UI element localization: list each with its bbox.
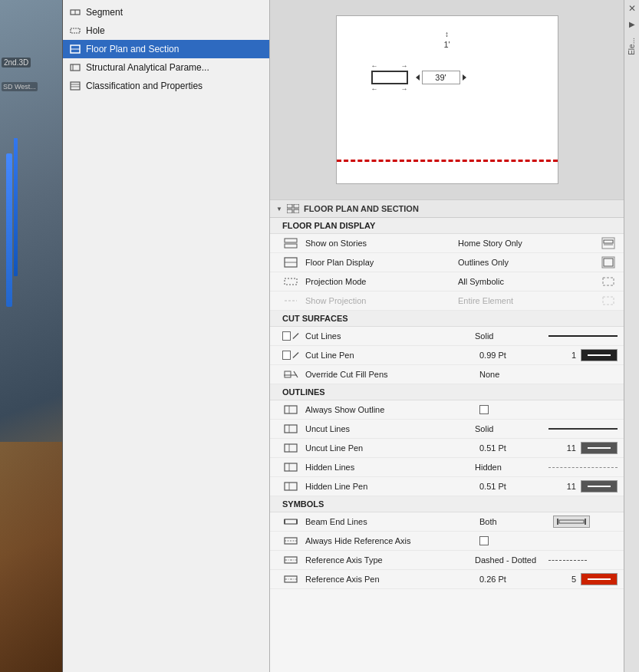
row-show-on-stories: Show on Stories Home Story Only (270, 234, 624, 253)
value-override-cut-fill: None (479, 370, 548, 379)
always-show-outline-checkbox[interactable] (479, 405, 489, 414)
svg-line-28 (293, 352, 298, 357)
projection-mode-right-icon[interactable] (599, 275, 618, 288)
menu-item-structural[interactable]: Structural Analytical Parame... (63, 58, 269, 77)
preview-area: ↕ 1' ←→ ←→ (270, 0, 624, 199)
ref-axis-type-swatch[interactable] (548, 555, 618, 565)
value-hidden-lines: Hidden (475, 463, 544, 472)
value-uncut-line-pen: 0.51 Pt (479, 443, 548, 453)
dimension-display: 39' (416, 71, 466, 84)
svg-rect-13 (294, 209, 299, 213)
row-cut-line-pen: Cut Line Pen 0.99 Pt 1 (270, 346, 624, 365)
show-projection-icon (282, 294, 299, 308)
ref-axis-type-icon (282, 553, 299, 567)
floor-plan-icon (69, 43, 81, 55)
subsection-outlines: OUTLINES (270, 384, 624, 400)
row-uncut-line-pen: Uncut Line Pen 0.51 Pt 11 (270, 439, 624, 458)
height-label: 1' (443, 40, 450, 49)
svg-rect-22 (604, 259, 613, 266)
menu-label-hole: Hole (86, 25, 105, 36)
label-show-projection: Show Projection (302, 296, 455, 305)
right-panel: ✕ ▶ Ele... (624, 0, 639, 672)
svg-rect-26 (603, 297, 614, 305)
menu-label-structural: Structural Analytical Parame... (86, 62, 209, 73)
svg-rect-32 (285, 406, 297, 413)
value-hidden-line-pen: 0.51 Pt (479, 482, 548, 491)
label-override-cut-fill: Override Cut Fill Pens (302, 370, 476, 379)
svg-rect-46 (559, 520, 584, 523)
row-always-show-outline: Always Show Outline (270, 400, 624, 420)
show-stories-icon (282, 236, 299, 250)
menu-item-floor-plan[interactable]: Floor Plan and Section (63, 40, 269, 58)
row-uncut-lines: Uncut Lines Solid (270, 420, 624, 439)
svg-rect-15 (285, 244, 297, 248)
label-show-on-stories: Show on Stories (302, 239, 455, 248)
red-line (337, 160, 558, 162)
menu-label-classification: Classification and Properties (86, 81, 203, 91)
ref-axis-pen-swatch[interactable] (581, 573, 618, 585)
uncut-lines-icon (282, 422, 299, 436)
menu-item-segment[interactable]: Segment (63, 3, 269, 21)
show-stories-right-icon[interactable] (599, 236, 618, 250)
subsection-title-fpd: FLOOR PLAN DISPLAY (282, 221, 375, 230)
top-label-sd: SD West... (2, 82, 38, 91)
extra-hidden-line-pen: 11 (553, 482, 576, 491)
svg-rect-29 (285, 371, 291, 377)
row-floor-plan-display: Floor Plan Display Outlines Only (270, 253, 624, 272)
cut-lines-checkbox-icon[interactable] (282, 329, 299, 343)
svg-rect-2 (71, 28, 80, 33)
cut-line-pen-checkbox[interactable] (282, 351, 291, 360)
expand-right-icon[interactable]: ▶ (629, 20, 635, 28)
main-section-header: ▼ FLOOR PLAN AND SECTION (270, 199, 624, 218)
menu-item-classification[interactable]: Classification and Properties (63, 77, 269, 95)
always-hide-ref-axis-checkbox[interactable] (479, 536, 489, 545)
show-projection-right-icon (599, 294, 618, 308)
floor-plan-display-right-icon[interactable] (599, 255, 618, 269)
label-cut-line-pen: Cut Line Pen (302, 351, 476, 360)
value-beam-end-lines: Both (479, 517, 548, 526)
svg-rect-34 (285, 425, 297, 433)
uncut-lines-swatch[interactable] (548, 423, 618, 434)
cut-line-pen-swatch[interactable] (581, 349, 618, 361)
override-cut-fill-icon (282, 367, 299, 381)
svg-rect-40 (285, 483, 297, 490)
always-hide-ref-axis-icon (282, 534, 299, 548)
always-show-outline-icon (282, 403, 299, 417)
row-cut-lines: Cut Lines Solid (270, 327, 624, 346)
main-section-title: FLOOR PLAN AND SECTION (304, 204, 419, 213)
svg-rect-38 (285, 463, 297, 471)
main-section-triangle: ▼ (276, 206, 282, 212)
value-projection-mode: All Symbolic (458, 277, 527, 286)
subsection-symbols: SYMBOLS (270, 496, 624, 512)
hidden-line-pen-icon (282, 479, 299, 493)
properties-panel: ▼ FLOOR PLAN AND SECTION FLOOR PLAN DISP… (270, 199, 624, 672)
beam-end-lines-icon (282, 515, 299, 529)
cut-lines-checkbox[interactable] (282, 331, 291, 341)
row-ref-axis-type: Reference Axis Type Dashed - Dotted (270, 551, 624, 570)
beam-end-swatch[interactable] (553, 516, 590, 528)
extra-uncut-line-pen: 11 (553, 443, 576, 453)
row-override-cut-fill: Override Cut Fill Pens None (270, 365, 624, 384)
left-nav-panel: Segment Hole Floor Plan and Section Stru… (63, 0, 270, 672)
menu-item-hole[interactable]: Hole (63, 21, 269, 40)
ref-axis-pen-icon (282, 572, 299, 586)
close-icon[interactable]: ✕ (628, 3, 636, 14)
hidden-line-pen-swatch[interactable] (581, 480, 618, 492)
svg-line-27 (293, 333, 298, 338)
height-arrow-icon: ↕ (445, 30, 449, 38)
cut-lines-swatch[interactable] (548, 331, 618, 341)
beam-symbol: ←→ ←→ (371, 62, 408, 93)
svg-rect-24 (603, 278, 614, 285)
projection-mode-icon (282, 275, 299, 288)
uncut-line-pen-icon (282, 441, 299, 455)
value-cut-line-pen: 0.99 Pt (479, 351, 548, 360)
subsection-title-cs: CUT SURFACES (282, 314, 348, 323)
uncut-line-pen-swatch[interactable] (581, 442, 618, 454)
subsection-title-symbols: SYMBOLS (282, 499, 324, 509)
hidden-lines-swatch[interactable] (548, 462, 618, 473)
label-hidden-lines: Hidden Lines (302, 463, 472, 472)
row-show-projection: Show Projection Entire Element (270, 292, 624, 311)
label-projection-mode: Projection Mode (302, 277, 455, 286)
label-cut-lines: Cut Lines (302, 331, 472, 341)
cut-line-pen-draw-icon (292, 351, 299, 359)
